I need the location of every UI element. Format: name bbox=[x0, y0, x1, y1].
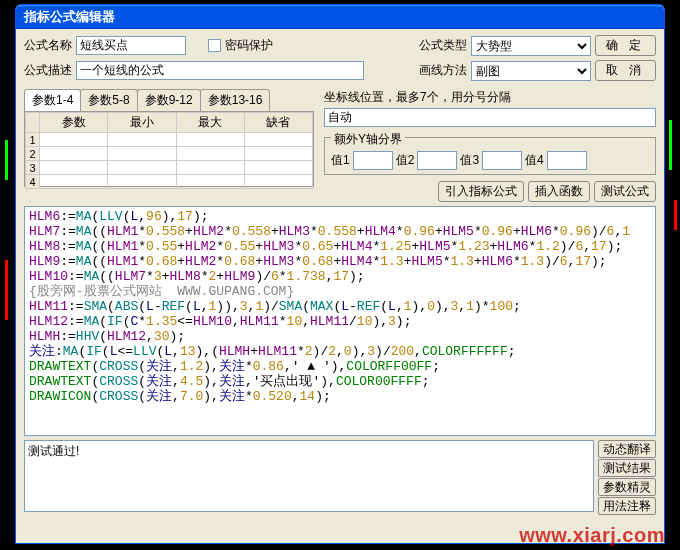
label-coord-hint: 坐标线位置，最多7个，用分号分隔 bbox=[324, 89, 656, 106]
tab-params-13-16[interactable]: 参数13-16 bbox=[200, 89, 271, 111]
cancel-button[interactable]: 取 消 bbox=[595, 60, 656, 81]
code-editor[interactable]: HLM6:=MA(LLV(L,96),17);HLM7:=MA((HLM1*0.… bbox=[24, 206, 656, 436]
y2-input[interactable] bbox=[417, 151, 457, 170]
formula-desc-input[interactable] bbox=[76, 61, 364, 80]
window-titlebar[interactable]: 指标公式编辑器 bbox=[16, 5, 664, 29]
y1-input[interactable] bbox=[353, 151, 393, 170]
y4-input[interactable] bbox=[547, 151, 587, 170]
param-tabs: 参数1-4 参数5-8 参数9-12 参数13-16 bbox=[24, 89, 314, 111]
ok-button[interactable]: 确 定 bbox=[595, 35, 656, 56]
test-formula-button[interactable]: 测试公式 bbox=[594, 181, 656, 202]
label-draw-method: 画线方法 bbox=[419, 62, 467, 79]
watermark: www.xiarj.com bbox=[519, 524, 665, 547]
import-formula-button[interactable]: 引入指标公式 bbox=[438, 181, 524, 202]
insert-function-button[interactable]: 插入函数 bbox=[528, 181, 590, 202]
label-formula-desc: 公式描述 bbox=[24, 62, 72, 79]
extra-y-fieldset: 额外Y轴分界 值1 值2 值3 值4 bbox=[324, 137, 656, 175]
tab-params-5-8[interactable]: 参数5-8 bbox=[80, 89, 137, 111]
param-wizard-button[interactable]: 参数精灵 bbox=[598, 478, 656, 496]
editor-window: 指标公式编辑器 公式名称 密码保护 公式类型 大势型 确 定 公式描述 画线方法… bbox=[15, 4, 665, 544]
formula-name-input[interactable] bbox=[76, 36, 186, 55]
dynamic-translate-button[interactable]: 动态翻译 bbox=[598, 440, 656, 458]
label-formula-name: 公式名称 bbox=[24, 37, 72, 54]
label-formula-type: 公式类型 bbox=[419, 37, 467, 54]
coord-input[interactable] bbox=[324, 108, 656, 127]
message-area[interactable]: 测试通过! bbox=[24, 440, 594, 512]
formula-type-select[interactable]: 大势型 bbox=[471, 36, 591, 56]
tab-params-1-4[interactable]: 参数1-4 bbox=[24, 89, 81, 111]
test-result-button[interactable]: 测试结果 bbox=[598, 459, 656, 477]
password-checkbox[interactable] bbox=[208, 39, 221, 52]
y3-input[interactable] bbox=[482, 151, 522, 170]
tab-params-9-12[interactable]: 参数9-12 bbox=[137, 89, 201, 111]
draw-method-select[interactable]: 副图 bbox=[471, 61, 591, 81]
usage-button[interactable]: 用法注释 bbox=[598, 497, 656, 515]
label-password: 密码保护 bbox=[225, 37, 273, 54]
param-grid[interactable]: 参数最小最大缺省 1 2 3 4 bbox=[24, 111, 314, 187]
window-title: 指标公式编辑器 bbox=[24, 9, 115, 24]
